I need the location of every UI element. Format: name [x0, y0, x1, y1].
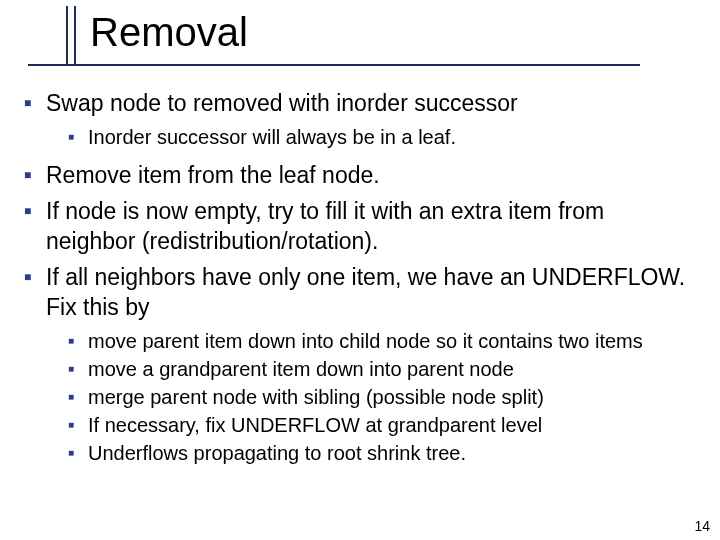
- list-item: ■ merge parent node with sibling (possib…: [68, 384, 696, 410]
- list-item: ■ Inorder successor will always be in a …: [68, 124, 696, 150]
- list-item: ■ If node is now empty, try to fill it w…: [24, 196, 696, 256]
- list-item: ■ Underflows propagating to root shrink …: [68, 440, 696, 466]
- title-rule-vertical-2: [74, 6, 76, 66]
- slide-body: ■ Swap node to removed with inorder succ…: [24, 88, 696, 476]
- list-item: ■ Remove item from the leaf node.: [24, 160, 696, 190]
- sublist: ■ move parent item down into child node …: [68, 328, 696, 466]
- square-bullet-icon: ■: [68, 124, 88, 150]
- slide-title: Removal: [90, 10, 248, 54]
- sublist: ■ Inorder successor will always be in a …: [68, 124, 696, 150]
- list-item: ■ If necessary, fix UNDERFLOW at grandpa…: [68, 412, 696, 438]
- square-bullet-icon: ■: [24, 160, 46, 190]
- bullet-text: merge parent node with sibling (possible…: [88, 384, 544, 410]
- bullet-text: If node is now empty, try to fill it wit…: [46, 196, 696, 256]
- square-bullet-icon: ■: [24, 196, 46, 226]
- square-bullet-icon: ■: [68, 356, 88, 382]
- bullet-text: If all neighbors have only one item, we …: [46, 262, 696, 322]
- bullet-text: Remove item from the leaf node.: [46, 160, 380, 190]
- slide-title-wrap: Removal: [90, 10, 248, 55]
- list-item: ■ move parent item down into child node …: [68, 328, 696, 354]
- bullet-text: Underflows propagating to root shrink tr…: [88, 440, 466, 466]
- bullet-text: Inorder successor will always be in a le…: [88, 124, 456, 150]
- square-bullet-icon: ■: [68, 412, 88, 438]
- slide: Removal ■ Swap node to removed with inor…: [0, 0, 720, 540]
- bullet-text: move a grandparent item down into parent…: [88, 356, 514, 382]
- title-rule-horizontal: [28, 64, 640, 66]
- square-bullet-icon: ■: [68, 328, 88, 354]
- bullet-text: move parent item down into child node so…: [88, 328, 643, 354]
- title-rule-vertical-1: [66, 6, 68, 66]
- square-bullet-icon: ■: [24, 262, 46, 292]
- square-bullet-icon: ■: [68, 440, 88, 466]
- list-item: ■ If all neighbors have only one item, w…: [24, 262, 696, 322]
- square-bullet-icon: ■: [68, 384, 88, 410]
- list-item: ■ Swap node to removed with inorder succ…: [24, 88, 696, 118]
- page-number: 14: [694, 518, 710, 534]
- bullet-text: Swap node to removed with inorder succes…: [46, 88, 518, 118]
- square-bullet-icon: ■: [24, 88, 46, 118]
- list-item: ■ move a grandparent item down into pare…: [68, 356, 696, 382]
- bullet-text: If necessary, fix UNDERFLOW at grandpare…: [88, 412, 542, 438]
